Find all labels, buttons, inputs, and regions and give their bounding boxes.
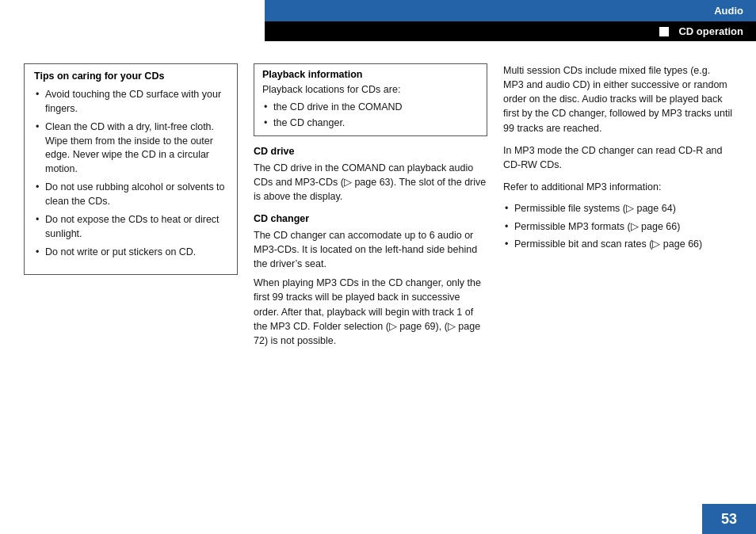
tips-box: Tips on caring for your CDs Avoid touchi… <box>24 63 238 275</box>
tips-title: Tips on caring for your CDs <box>34 71 227 82</box>
playback-title: Playback information <box>262 69 479 80</box>
playback-locations-list: the CD drive in the COMANDthe CD changer… <box>262 101 479 131</box>
cd-drive-text: The CD drive in the COMAND can playback … <box>254 161 487 204</box>
list-item: Avoid touching the CD surface with your … <box>34 88 227 116</box>
page-container: Audio CD operation Tips on caring for yo… <box>0 0 756 534</box>
list-item: Clean the CD with a dry, lint-free cloth… <box>34 120 227 176</box>
list-item: Do not write or put stickers on CD. <box>34 246 227 260</box>
page-number: 53 <box>721 511 737 528</box>
cd-operation-label: CD operation <box>678 25 743 37</box>
left-column: Tips on caring for your CDs Avoid touchi… <box>24 63 238 486</box>
header-audio: Audio <box>265 0 756 21</box>
right-text3: Refer to additional MP3 information: <box>503 180 732 194</box>
audio-label: Audio <box>714 5 743 17</box>
header-bar: Audio CD operation <box>265 0 756 41</box>
header-cd-operation: CD operation <box>265 21 756 41</box>
list-item: the CD changer. <box>262 116 479 131</box>
cd-changer-text1: The CD changer can accomodate up to 6 au… <box>254 228 487 271</box>
list-item: Permissible MP3 formats (▷ page 66) <box>503 220 732 235</box>
playback-box: Playback information Playback locations … <box>254 63 487 136</box>
list-item: Permissible bit and scan rates (▷ page 6… <box>503 238 732 252</box>
cd-drive-heading: CD drive <box>254 146 487 157</box>
middle-column: Playback information Playback locations … <box>254 63 487 486</box>
content-area: Tips on caring for your CDs Avoid touchi… <box>0 48 756 502</box>
cd-op-marker <box>659 27 669 36</box>
list-item: Permissible file systems (▷ page 64) <box>503 202 732 216</box>
tips-list: Avoid touching the CD surface with your … <box>34 88 227 260</box>
right-text2: In MP3 mode the CD changer can read CD-R… <box>503 143 732 172</box>
cd-changer-heading: CD changer <box>254 213 487 224</box>
list-item: Do not expose the CDs to heat or direct … <box>34 213 227 241</box>
playback-intro: Playback locations for CDs are: <box>262 83 479 97</box>
cd-changer-text2: When playing MP3 CDs in the CD changer, … <box>254 276 487 348</box>
mp3-info-list: Permissible file systems (▷ page 64)Perm… <box>503 202 732 252</box>
list-item: Do not use rubbing alcohol or solvents t… <box>34 181 227 208</box>
page-number-box: 53 <box>702 504 756 534</box>
right-text1: Multi session CDs include mixed file typ… <box>503 63 732 135</box>
list-item: the CD drive in the COMAND <box>262 101 479 115</box>
right-column: Multi session CDs include mixed file typ… <box>503 63 732 486</box>
